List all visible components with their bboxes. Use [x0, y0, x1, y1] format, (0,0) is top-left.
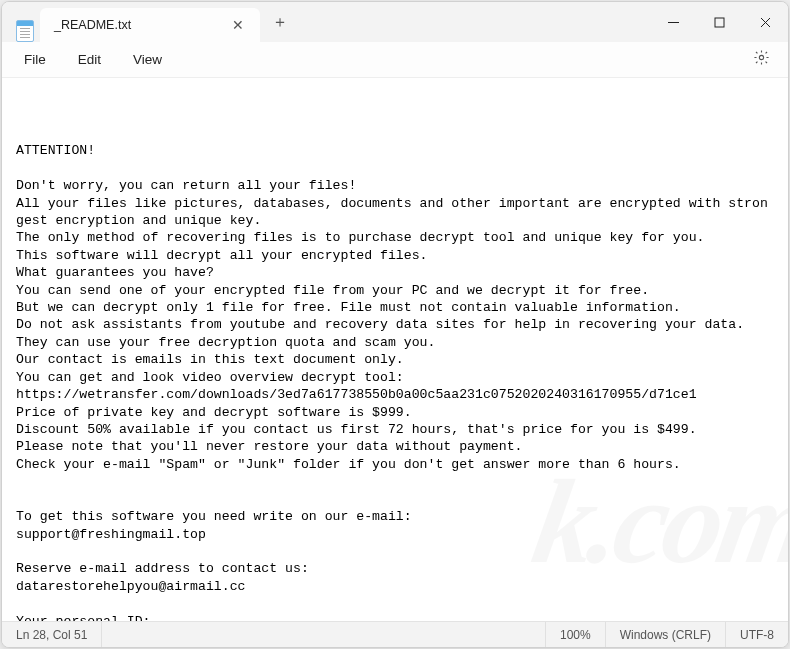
text-line: ATTENTION!: [16, 142, 774, 159]
gear-icon: [753, 49, 770, 66]
text-line: What guarantees you have?: [16, 264, 774, 281]
maximize-icon: [714, 17, 725, 28]
text-line: [16, 543, 774, 560]
maximize-button[interactable]: [696, 2, 742, 42]
text-editor-area[interactable]: k.com ATTENTION! Don't worry, you can re…: [2, 78, 788, 621]
text-line: Reserve e-mail address to contact us:: [16, 560, 774, 577]
close-button[interactable]: [742, 2, 788, 42]
tab-strip: _README.txt ✕ ＋: [2, 2, 650, 42]
window-controls: [650, 2, 788, 42]
text-line: You can get and look video overview decr…: [16, 369, 774, 386]
status-spacer: [102, 622, 546, 647]
status-line-ending[interactable]: Windows (CRLF): [606, 622, 726, 647]
text-line: Our contact is emails in this text docum…: [16, 351, 774, 368]
text-line: Price of private key and decrypt softwar…: [16, 404, 774, 421]
text-line: This software will decrypt all your encr…: [16, 247, 774, 264]
text-line: Don't worry, you can return all your fil…: [16, 177, 774, 194]
menu-file[interactable]: File: [8, 46, 62, 73]
text-line: Please note that you'll never restore yo…: [16, 438, 774, 455]
tab-title: _README.txt: [54, 18, 218, 32]
text-line: [16, 491, 774, 508]
text-line: Check your e-mail "Spam" or "Junk" folde…: [16, 456, 774, 473]
menu-edit[interactable]: Edit: [62, 46, 117, 73]
minimize-icon: [668, 17, 679, 28]
settings-button[interactable]: [741, 43, 782, 76]
text-line: datarestorehelpyou@airmail.cc: [16, 578, 774, 595]
status-position[interactable]: Ln 28, Col 51: [2, 622, 102, 647]
text-line: support@freshingmail.top: [16, 526, 774, 543]
close-icon: [760, 17, 771, 28]
notepad-window: _README.txt ✕ ＋ File Edit View: [1, 1, 789, 648]
text-line: But we can decrypt only 1 file for free.…: [16, 299, 774, 316]
menu-view[interactable]: View: [117, 46, 178, 73]
close-tab-icon[interactable]: ✕: [226, 15, 250, 35]
notepad-icon: [16, 20, 34, 42]
text-line: Do not ask assistants from youtube and r…: [16, 316, 774, 333]
svg-point-4: [759, 55, 763, 59]
text-line: https://wetransfer.com/downloads/3ed7a61…: [16, 386, 774, 403]
svg-rect-1: [715, 18, 724, 27]
text-line: [16, 473, 774, 490]
text-line: Discount 50% available if you contact us…: [16, 421, 774, 438]
text-line: You can send one of your encrypted file …: [16, 282, 774, 299]
text-line: To get this software you need write on o…: [16, 508, 774, 525]
status-zoom[interactable]: 100%: [546, 622, 606, 647]
file-tab[interactable]: _README.txt ✕: [40, 8, 260, 42]
status-bar: Ln 28, Col 51 100% Windows (CRLF) UTF-8: [2, 621, 788, 647]
text-line: They can use your free decryption quota …: [16, 334, 774, 351]
app-icon-wrap: [6, 20, 40, 42]
new-tab-button[interactable]: ＋: [260, 6, 300, 39]
text-line: All your files like pictures, databases,…: [16, 195, 774, 230]
minimize-button[interactable]: [650, 2, 696, 42]
text-line: Your personal ID:: [16, 613, 774, 621]
text-line: [16, 160, 774, 177]
title-bar: _README.txt ✕ ＋: [2, 2, 788, 42]
text-line: [16, 595, 774, 612]
status-encoding[interactable]: UTF-8: [726, 622, 788, 647]
menu-bar: File Edit View: [2, 42, 788, 78]
text-line: The only method of recovering files is t…: [16, 229, 774, 246]
